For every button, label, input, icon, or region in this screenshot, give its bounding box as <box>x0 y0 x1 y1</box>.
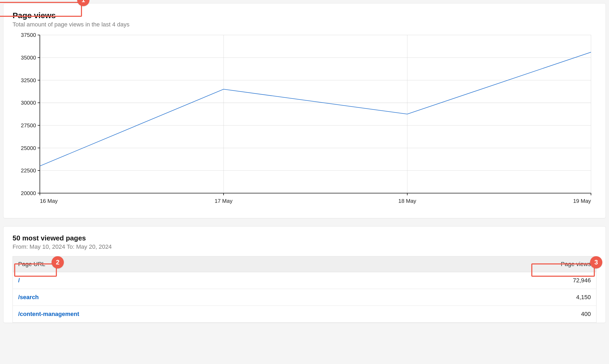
svg-text:37500: 37500 <box>21 32 36 38</box>
cell-views: 72,946 <box>527 272 596 289</box>
cell-url: / <box>13 272 527 289</box>
cell-url: /search <box>13 289 527 306</box>
table-row: /72,946 <box>13 272 596 289</box>
annotation-badge-1: 1 <box>77 0 89 6</box>
table-subtitle: From: May 10, 2024 To: May 20, 2024 <box>13 243 596 250</box>
svg-text:18 May: 18 May <box>398 198 416 204</box>
column-header-url-label: Page URL <box>18 261 45 267</box>
svg-text:35000: 35000 <box>21 55 36 61</box>
svg-text:22500: 22500 <box>21 168 36 173</box>
svg-text:25000: 25000 <box>21 145 36 151</box>
page-url-link[interactable]: /content-management <box>18 311 79 317</box>
svg-text:27500: 27500 <box>21 122 36 128</box>
table-title: 50 most viewed pages <box>13 234 596 242</box>
svg-text:30000: 30000 <box>21 100 36 106</box>
column-header-views[interactable]: Page views <box>527 256 596 272</box>
svg-text:17 May: 17 May <box>214 198 233 204</box>
page-views-panel: 1 Page views Total amount of page views … <box>3 3 606 218</box>
chart-subtitle: Total amount of page views in the last 4… <box>13 21 596 28</box>
page-url-link[interactable]: / <box>18 277 20 284</box>
chart-title: Page views <box>13 11 596 20</box>
page-url-link[interactable]: /search <box>18 294 39 300</box>
chart-svg: 2000022500250002750030000325003500037500… <box>13 32 596 209</box>
cell-views: 400 <box>527 306 596 322</box>
table-header-row: Page URL Page views <box>13 256 596 272</box>
svg-text:32500: 32500 <box>21 77 36 83</box>
page-views-chart: 2000022500250002750030000325003500037500… <box>13 32 596 209</box>
svg-text:16 May: 16 May <box>40 198 58 204</box>
svg-text:19 May: 19 May <box>573 198 591 204</box>
cell-views: 4,150 <box>527 289 596 306</box>
column-header-views-label: Page views <box>561 261 591 267</box>
table-row: /search4,150 <box>13 289 596 306</box>
pages-table: Page URL Page views /72,946/search4,150/… <box>13 256 596 323</box>
table-row: /content-management400 <box>13 306 596 322</box>
cell-url: /content-management <box>13 306 527 322</box>
svg-text:20000: 20000 <box>21 190 36 196</box>
most-viewed-panel: 50 most viewed pages From: May 10, 2024 … <box>3 226 606 323</box>
column-header-url[interactable]: Page URL <box>13 256 527 272</box>
